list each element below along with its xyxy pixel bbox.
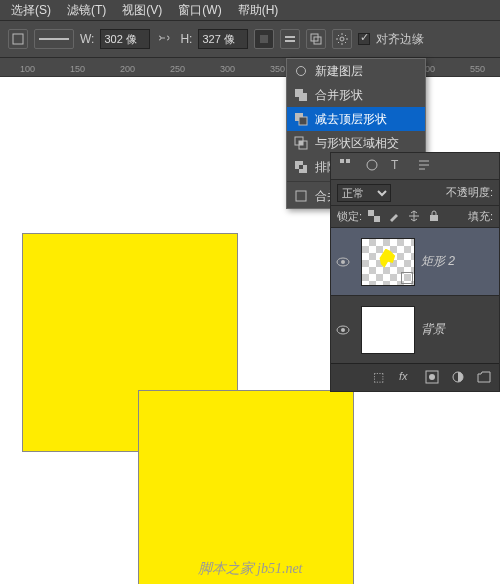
panel-bottom-bar: ⬚ fx: [331, 363, 499, 391]
height-label: H:: [180, 32, 192, 46]
svg-rect-22: [368, 210, 374, 216]
layer-row[interactable]: 矩形 2: [331, 227, 499, 295]
tab-type-icon[interactable]: T: [391, 158, 407, 174]
link-wh-icon[interactable]: [156, 32, 174, 46]
layer-list: 矩形 2 背景: [331, 227, 499, 363]
align-edges-checkbox[interactable]: [358, 33, 370, 45]
opacity-label: 不透明度:: [446, 185, 493, 200]
svg-rect-9: [299, 93, 307, 101]
lock-all-icon[interactable]: [428, 210, 442, 224]
svg-rect-4: [285, 40, 295, 42]
group-icon[interactable]: [477, 370, 493, 386]
lock-move-icon[interactable]: [408, 210, 422, 224]
menu-view[interactable]: 视图(V): [114, 0, 170, 21]
tab-swatches-icon[interactable]: [339, 158, 355, 174]
layer-row[interactable]: 背景: [331, 295, 499, 363]
svg-rect-20: [346, 159, 350, 163]
svg-point-26: [341, 260, 345, 264]
shape-rect-2[interactable]: [138, 390, 354, 584]
settings-gear-icon[interactable]: [332, 29, 352, 49]
menubar: 选择(S) 滤镜(T) 视图(V) 窗口(W) 帮助(H): [0, 0, 500, 20]
dd-combine[interactable]: 合并形状: [287, 83, 425, 107]
adjustment-icon[interactable]: [451, 370, 467, 386]
menu-filter[interactable]: 滤镜(T): [59, 0, 114, 21]
visibility-eye-icon[interactable]: [331, 296, 355, 363]
arrange-icon[interactable]: [306, 29, 326, 49]
path-align-icon[interactable]: [280, 29, 300, 49]
tab-styles-icon[interactable]: [365, 158, 381, 174]
mask-icon[interactable]: [425, 370, 441, 386]
lock-label: 锁定:: [337, 209, 362, 224]
svg-rect-0: [13, 34, 23, 44]
lock-row: 锁定: 填充:: [331, 205, 499, 227]
menu-help[interactable]: 帮助(H): [230, 0, 287, 21]
dd-new-layer[interactable]: 新建图层: [287, 59, 425, 83]
svg-rect-24: [430, 215, 438, 221]
blend-mode-select[interactable]: 正常: [337, 184, 391, 202]
subtract-icon: [293, 111, 309, 127]
visibility-eye-icon[interactable]: [331, 228, 355, 295]
svg-point-28: [341, 328, 345, 332]
svg-point-21: [367, 160, 377, 170]
layer-name[interactable]: 背景: [421, 321, 445, 338]
width-input[interactable]: [100, 29, 150, 49]
layer-thumbnail[interactable]: [361, 306, 415, 354]
svg-rect-2: [260, 35, 268, 43]
svg-rect-3: [285, 36, 295, 38]
width-label: W:: [80, 32, 94, 46]
svg-rect-19: [340, 159, 344, 163]
svg-rect-23: [374, 216, 380, 222]
menu-window[interactable]: 窗口(W): [170, 0, 229, 21]
layers-panel: T 正常 不透明度: 锁定: 填充: 矩形 2 背景 ⬚ fx: [330, 152, 500, 392]
svg-point-7: [340, 37, 344, 41]
fill-label: 填充:: [468, 209, 493, 224]
options-bar: W: H: 对齐边缘: [0, 20, 500, 58]
align-edges-label: 对齐边缘: [376, 31, 424, 48]
height-input[interactable]: [198, 29, 248, 49]
exclude-icon: [293, 159, 309, 175]
lock-brush-icon[interactable]: [388, 210, 402, 224]
menu-select[interactable]: 选择(S): [3, 0, 59, 21]
path-ops-icon[interactable]: [254, 29, 274, 49]
tool-preset-icon[interactable]: [8, 29, 28, 49]
svg-rect-11: [299, 117, 307, 125]
dd-subtract-front[interactable]: 减去顶层形状: [287, 107, 425, 131]
combine-icon: [293, 87, 309, 103]
layer-name[interactable]: 矩形 2: [421, 253, 455, 270]
stroke-style-icon[interactable]: [34, 29, 74, 49]
panel-controls: 正常 不透明度:: [331, 179, 499, 205]
svg-point-30: [429, 374, 435, 380]
svg-rect-14: [299, 141, 303, 145]
svg-rect-18: [296, 191, 306, 201]
layer-thumbnail[interactable]: [361, 238, 415, 286]
link-layers-icon[interactable]: ⬚: [373, 370, 389, 386]
tab-paragraph-icon[interactable]: [417, 158, 433, 174]
intersect-icon: [293, 135, 309, 151]
svg-rect-17: [299, 165, 303, 169]
watermark: 脚本之家 jb51.net: [0, 560, 500, 578]
lock-transparency-icon[interactable]: [368, 210, 382, 224]
fx-icon[interactable]: fx: [399, 370, 415, 386]
panel-tabs: T: [331, 153, 499, 179]
merge-components-icon: [293, 188, 309, 204]
